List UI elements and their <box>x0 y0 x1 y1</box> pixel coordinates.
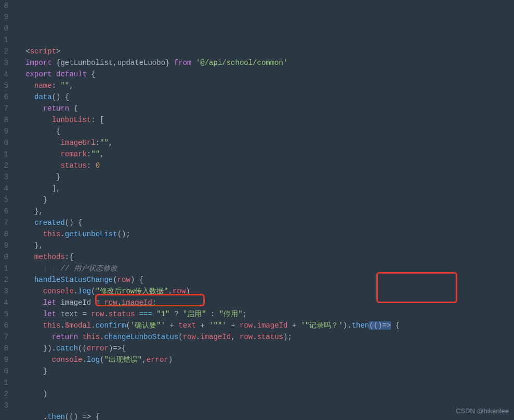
code-token: [ <box>96 116 104 124</box>
code-line[interactable] <box>12 377 514 388</box>
code-line[interactable]: remark:"", <box>12 148 514 160</box>
code-line[interactable]: .then(() => { <box>12 411 514 420</box>
line-number: 5 <box>0 308 8 320</box>
code-token: row <box>173 287 186 295</box>
code-token: {getLunbolist,updateLuobo} <box>56 59 169 67</box>
code-token: error <box>147 356 168 364</box>
code-token: status <box>109 310 135 318</box>
code-line[interactable]: name: "", <box>12 80 514 91</box>
code-token: (( <box>78 344 87 353</box>
line-number: 7 <box>0 217 8 228</box>
line-number: 7 <box>0 331 8 343</box>
code-token: . <box>43 413 47 420</box>
code-token: { <box>74 219 83 227</box>
code-token: + <box>287 321 300 330</box>
code-line[interactable]: { <box>12 126 514 137</box>
code-token: text <box>60 310 78 318</box>
line-number: 1 <box>0 34 8 46</box>
line-number: 9 <box>0 240 8 251</box>
code-token: console <box>52 356 83 364</box>
code-token: let <box>43 299 61 307</box>
code-area[interactable]: <script> import {getLunbolist,updateLuob… <box>12 0 514 420</box>
code-token: { <box>91 70 95 78</box>
code-line[interactable]: created() { <box>12 217 514 228</box>
code-line[interactable]: console.log("出现错误",error) <box>12 354 514 365</box>
code-token: row <box>235 333 253 341</box>
code-line[interactable]: | | // 用户状态修改 <box>12 263 514 274</box>
code-line[interactable]: handleStatusChange(row) { <box>12 274 514 286</box>
code-editor[interactable]: 890123456789012345678901234567890123 <sc… <box>0 0 514 420</box>
code-line[interactable]: } <box>12 194 514 206</box>
code-token: + <box>227 321 240 330</box>
code-line[interactable]: }, <box>12 240 514 251</box>
code-token: "" <box>56 82 69 90</box>
code-token: . <box>82 356 86 364</box>
line-number: 4 <box>0 297 8 308</box>
code-token: "1" <box>156 310 169 318</box>
code-token: status <box>60 161 86 170</box>
code-token: "停用" <box>219 310 243 318</box>
code-line[interactable]: ], <box>12 183 514 194</box>
code-token: ; <box>287 333 292 341</box>
code-line[interactable]: ) <box>12 388 514 400</box>
line-number: 3 <box>0 400 8 411</box>
code-token: imageId <box>60 299 91 307</box>
code-token: return <box>43 104 74 113</box>
line-number: 4 <box>0 183 8 194</box>
code-line[interactable]: return { <box>12 103 514 114</box>
code-token: )=>{ <box>109 344 126 353</box>
line-number: 3 <box>0 286 8 297</box>
line-number: 2 <box>0 46 8 57</box>
code-token: , <box>231 333 235 341</box>
code-line[interactable]: console.log("修改后row传入数据",row) <box>12 286 514 297</box>
code-token: === <box>135 310 156 318</box>
line-number: 1 <box>0 377 8 388</box>
code-line[interactable]: return this.changeLunboStatus(row.imageI… <box>12 331 514 343</box>
code-line[interactable]: } <box>12 365 514 377</box>
code-token: } <box>43 367 47 375</box>
line-number: 3 <box>0 171 8 183</box>
line-number: 0 <box>0 251 8 263</box>
code-token: : <box>52 82 56 90</box>
code-token: lunboList <box>52 116 91 124</box>
code-line[interactable]: this.getLunboList(); <box>12 228 514 240</box>
watermark: CSDN @hikarilee <box>456 405 509 417</box>
code-token: import <box>25 59 56 67</box>
line-number-gutter: 890123456789012345678901234567890123 <box>0 0 12 420</box>
code-line[interactable]: imageUrl:"", <box>12 137 514 148</box>
code-line[interactable]: lunboList: [ <box>12 114 514 126</box>
code-token: . <box>253 321 257 330</box>
code-token: : <box>206 310 219 318</box>
code-line[interactable]: <script> <box>12 46 514 57</box>
code-line[interactable]: methods:{ <box>12 251 514 263</box>
code-token: row <box>104 299 117 307</box>
code-token: , <box>100 150 104 158</box>
code-line[interactable]: data() { <box>12 91 514 103</box>
code-token: . <box>74 287 78 295</box>
code-token: imageId <box>122 299 152 307</box>
code-line[interactable]: import {getLunbolist,updateLuobo} from '… <box>12 57 514 69</box>
code-line[interactable]: let imageId = row.imageId; <box>12 297 514 308</box>
code-line[interactable]: status: 0 <box>12 160 514 171</box>
code-token: log <box>78 287 91 295</box>
code-line[interactable] <box>12 400 514 411</box>
code-token: this <box>82 333 100 341</box>
code-line[interactable]: export default { <box>12 69 514 80</box>
code-token: : <box>87 161 91 170</box>
code-token: created <box>34 219 65 227</box>
code-token: (()=> <box>369 321 391 330</box>
code-token: < <box>25 47 30 56</box>
code-line[interactable]: }, <box>12 206 514 217</box>
code-line[interactable]: }).catch((error)=>{ <box>12 343 514 354</box>
code-token: . <box>253 333 257 341</box>
code-line[interactable]: } <box>12 171 514 183</box>
code-token: ) <box>186 287 190 295</box>
code-token: . <box>117 299 122 307</box>
code-line[interactable]: let text = row.status === "1" ? "启用" : "… <box>12 308 514 320</box>
line-number: 9 <box>0 126 8 137</box>
code-token: getLunboList <box>65 230 117 238</box>
code-token: = <box>78 310 91 318</box>
code-token: . <box>60 321 64 330</box>
code-line[interactable]: this.$modal.confirm('确认要"' + text + '""'… <box>12 320 514 331</box>
code-token: ( <box>126 321 130 330</box>
